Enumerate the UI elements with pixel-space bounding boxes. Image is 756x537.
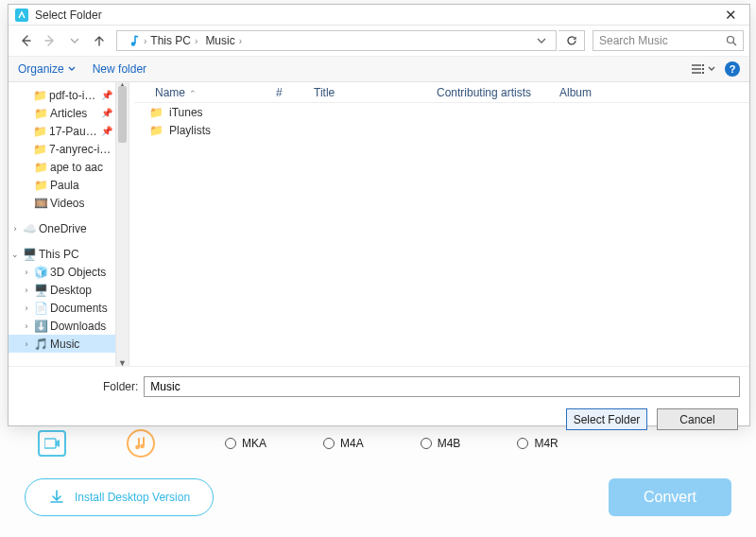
organize-menu[interactable]: Organize <box>18 62 76 76</box>
arrow-left-icon <box>19 34 32 47</box>
dialog-buttons: Select Folder Cancel <box>9 403 749 440</box>
svg-rect-6 <box>702 64 704 66</box>
quick-item[interactable]: 📁pdf-to-image📌 <box>9 86 116 104</box>
close-button[interactable]: ✕ <box>712 7 749 24</box>
pc-icon: 🖥️ <box>22 248 37 261</box>
music-icon <box>127 34 140 47</box>
tree-downloads[interactable]: ›⬇️Downloads <box>9 317 116 335</box>
folder-icon: 📁 <box>33 89 47 102</box>
svg-point-1 <box>135 445 140 450</box>
folder-label: Folder: <box>103 380 138 393</box>
tree-music[interactable]: ›🎵Music <box>9 335 116 353</box>
nav-row: › This PC› Music› Search Music <box>9 26 749 56</box>
tree-3d-objects[interactable]: ›🧊3D Objects <box>9 263 116 281</box>
address-bar[interactable]: › This PC› Music› <box>116 30 557 51</box>
recent-button[interactable] <box>63 29 86 52</box>
col-number[interactable]: # <box>266 82 304 102</box>
tree-scrollbar[interactable]: ▲ ▼ <box>115 82 129 366</box>
cancel-button[interactable]: Cancel <box>657 408 738 430</box>
this-pc-node[interactable]: ⌄🖥️This PC <box>9 245 116 263</box>
desktop-icon: 🖥️ <box>33 284 48 297</box>
music-icon: 🎵 <box>33 338 48 351</box>
col-album[interactable]: Album <box>550 82 749 102</box>
folder-input[interactable] <box>144 376 740 397</box>
folder-icon: 📁 <box>33 161 48 174</box>
search-input[interactable]: Search Music <box>593 30 744 51</box>
forward-button[interactable] <box>39 29 61 52</box>
pin-icon: 📌 <box>101 108 112 118</box>
sort-icon: ⌃ <box>189 89 197 98</box>
quick-item[interactable]: 📁ape to aac <box>9 158 116 176</box>
new-folder-button[interactable]: New folder <box>93 62 146 76</box>
svg-rect-7 <box>702 68 704 70</box>
quick-item[interactable]: 📁7-anyrec-increas <box>9 140 116 158</box>
search-placeholder: Search Music <box>599 34 668 47</box>
doc-icon: 📄 <box>33 302 48 315</box>
quick-item[interactable]: 🎞️Videos <box>9 194 116 212</box>
col-artist[interactable]: Contributing artists <box>427 82 550 102</box>
breadcrumb-this-pc[interactable]: This PC› <box>146 34 201 47</box>
svg-point-5 <box>728 37 734 43</box>
column-headers[interactable]: Name⌃ # Title Contributing artists Album <box>134 82 749 103</box>
cloud-icon: ☁️ <box>22 222 37 235</box>
cube-icon: 🧊 <box>33 266 48 279</box>
list-body: 📁iTunes 📁Playlists <box>134 103 749 139</box>
select-folder-dialog: Select Folder ✕ › This PC› Music› <box>8 4 750 426</box>
view-toggle[interactable] <box>691 63 715 75</box>
dialog-title: Select Folder <box>35 9 102 22</box>
folder-icon: 📁 <box>33 179 48 192</box>
folder-icon: 📁 <box>33 143 47 156</box>
list-view-icon <box>691 63 706 75</box>
download-icon <box>48 489 65 506</box>
svg-rect-0 <box>44 439 56 448</box>
svg-point-2 <box>140 444 145 449</box>
app-icon <box>14 8 29 23</box>
pin-icon: 📌 <box>101 90 112 100</box>
chevron-down-icon <box>68 65 76 73</box>
tree-documents[interactable]: ›📄Documents <box>9 299 116 317</box>
arrow-right-icon <box>43 34 57 47</box>
folder-icon: 📁 <box>33 125 47 138</box>
quick-item[interactable]: 📁17-Paula- iPa📌 <box>9 122 116 140</box>
refresh-button[interactable] <box>558 30 585 51</box>
chevron-down-icon <box>708 65 715 73</box>
up-button[interactable] <box>88 29 111 52</box>
tree-desktop[interactable]: ›🖥️Desktop <box>9 281 116 299</box>
breadcrumb-music[interactable]: Music› <box>201 34 246 47</box>
tree-pane: 📁pdf-to-image📌 📁Articles📌 📁17-Paula- iPa… <box>9 82 129 366</box>
folder-field-row: Folder: <box>9 366 749 403</box>
back-button[interactable] <box>14 29 37 52</box>
svg-rect-3 <box>15 9 28 22</box>
address-expand[interactable] <box>537 36 552 45</box>
folder-icon: 📁 <box>149 106 163 119</box>
background-app: MKA M4A M4B M4R Install Desktop Version … <box>0 427 756 537</box>
convert-button[interactable]: Convert <box>609 478 731 516</box>
svg-point-4 <box>131 42 135 45</box>
help-button[interactable]: ? <box>725 61 740 77</box>
refresh-icon <box>566 35 577 46</box>
chevron-down-icon <box>537 36 546 45</box>
titlebar: Select Folder ✕ <box>9 5 749 26</box>
onedrive-node[interactable]: ›☁️OneDrive <box>9 219 116 237</box>
list-pane: Name⌃ # Title Contributing artists Album… <box>134 82 749 366</box>
col-title[interactable]: Title <box>304 82 427 102</box>
list-item[interactable]: 📁Playlists <box>134 121 749 139</box>
folder-icon: 📁 <box>33 107 48 120</box>
scroll-thumb[interactable] <box>118 86 127 143</box>
list-item[interactable]: 📁iTunes <box>134 103 749 121</box>
scroll-down-icon[interactable]: ▼ <box>116 358 129 366</box>
folder-icon: 📁 <box>149 124 163 137</box>
search-icon <box>726 35 737 46</box>
select-folder-button[interactable]: Select Folder <box>566 408 647 430</box>
arrow-up-icon <box>93 34 106 47</box>
toolbar: Organize New folder ? <box>9 56 749 82</box>
main-split: 📁pdf-to-image📌 📁Articles📌 📁17-Paula- iPa… <box>9 82 749 366</box>
quick-item[interactable]: 📁Articles📌 <box>9 104 116 122</box>
col-name[interactable]: Name⌃ <box>134 82 266 102</box>
bottom-row: Install Desktop Version Convert <box>0 459 756 516</box>
download-icon: ⬇️ <box>33 320 48 333</box>
video-icon: 🎞️ <box>33 197 48 210</box>
install-desktop-button[interactable]: Install Desktop Version <box>25 478 214 516</box>
chevron-down-icon <box>70 36 79 45</box>
quick-item[interactable]: 📁Paula <box>9 176 116 194</box>
